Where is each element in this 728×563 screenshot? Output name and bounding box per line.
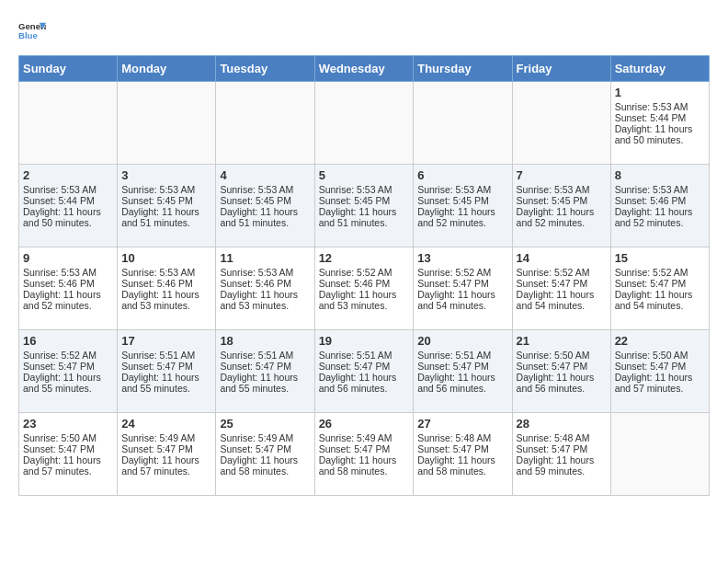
day-number: 16 — [23, 334, 113, 348]
cell-info-line: Sunrise: 5:53 AM — [319, 184, 410, 195]
calendar-cell — [216, 82, 314, 165]
cell-info-line: Daylight: 11 hours and 57 minutes. — [23, 454, 113, 477]
weekday-header: Tuesday — [216, 56, 314, 82]
day-number: 12 — [319, 251, 410, 265]
day-number: 23 — [23, 417, 113, 431]
day-number: 8 — [615, 168, 705, 182]
day-number: 9 — [23, 251, 113, 265]
calendar-cell — [118, 82, 216, 165]
cell-info-line: Daylight: 11 hours and 57 minutes. — [121, 454, 211, 477]
day-number: 6 — [417, 168, 507, 182]
calendar-cell: 24Sunrise: 5:49 AMSunset: 5:47 PMDayligh… — [118, 413, 216, 496]
cell-info-line: Daylight: 11 hours and 53 minutes. — [319, 289, 410, 311]
calendar-cell: 23Sunrise: 5:50 AMSunset: 5:47 PMDayligh… — [19, 413, 118, 496]
calendar-week-row: 2Sunrise: 5:53 AMSunset: 5:44 PMDaylight… — [19, 165, 710, 247]
cell-info-line: Daylight: 11 hours and 54 minutes. — [417, 289, 507, 311]
cell-info-line: Daylight: 11 hours and 52 minutes. — [417, 206, 507, 228]
cell-info-line: Sunrise: 5:53 AM — [23, 267, 113, 278]
day-number: 14 — [517, 251, 607, 265]
day-number: 10 — [121, 251, 211, 265]
cell-info-line: Sunrise: 5:48 AM — [517, 432, 607, 443]
day-number: 2 — [23, 168, 113, 182]
cell-info-line: Sunset: 5:45 PM — [417, 195, 507, 206]
calendar-cell: 22Sunrise: 5:50 AMSunset: 5:47 PMDayligh… — [610, 330, 709, 413]
calendar-cell: 6Sunrise: 5:53 AMSunset: 5:45 PMDaylight… — [414, 165, 512, 247]
weekday-header-row: SundayMondayTuesdayWednesdayThursdayFrid… — [19, 56, 710, 82]
cell-info-line: Sunrise: 5:52 AM — [23, 350, 113, 361]
day-number: 21 — [517, 334, 607, 348]
cell-info-line: Sunrise: 5:51 AM — [121, 350, 211, 361]
calendar-week-row: 1Sunrise: 5:53 AMSunset: 5:44 PMDaylight… — [19, 82, 710, 165]
cell-info-line: Daylight: 11 hours and 56 minutes. — [417, 372, 507, 394]
cell-info-line: Daylight: 11 hours and 57 minutes. — [615, 372, 705, 394]
cell-info-line: Sunrise: 5:51 AM — [220, 350, 310, 361]
day-number: 1 — [615, 86, 705, 99]
weekday-header: Friday — [512, 56, 610, 82]
day-number: 3 — [121, 168, 211, 182]
cell-info-line: Sunrise: 5:53 AM — [517, 184, 607, 195]
weekday-header: Sunday — [19, 56, 118, 82]
calendar-cell: 12Sunrise: 5:52 AMSunset: 5:46 PMDayligh… — [314, 247, 414, 330]
calendar-cell: 4Sunrise: 5:53 AMSunset: 5:45 PMDaylight… — [216, 165, 314, 247]
cell-info-line: Sunset: 5:47 PM — [23, 361, 113, 372]
cell-info-line: Sunset: 5:47 PM — [121, 361, 211, 372]
calendar-cell — [414, 82, 512, 165]
page-header: General Blue — [18, 18, 710, 46]
cell-info-line: Sunrise: 5:50 AM — [615, 350, 705, 361]
cell-info-line: Sunset: 5:47 PM — [220, 361, 310, 372]
cell-info-line: Daylight: 11 hours and 52 minutes. — [23, 289, 113, 311]
cell-info-line: Sunset: 5:45 PM — [319, 195, 410, 206]
weekday-header: Wednesday — [314, 56, 414, 82]
cell-info-line: Sunset: 5:47 PM — [319, 443, 410, 454]
cell-info-line: Sunset: 5:47 PM — [121, 443, 211, 454]
calendar-cell — [314, 82, 414, 165]
cell-info-line: Daylight: 11 hours and 58 minutes. — [417, 454, 507, 477]
cell-info-line: Sunrise: 5:52 AM — [615, 267, 705, 278]
cell-info-line: Sunset: 5:47 PM — [517, 443, 607, 454]
cell-info-line: Sunset: 5:47 PM — [517, 361, 607, 372]
cell-info-line: Sunset: 5:47 PM — [220, 443, 310, 454]
cell-info-line: Daylight: 11 hours and 52 minutes. — [517, 206, 607, 228]
calendar-cell: 10Sunrise: 5:53 AMSunset: 5:46 PMDayligh… — [118, 247, 216, 330]
cell-info-line: Sunrise: 5:50 AM — [517, 350, 607, 361]
cell-info-line: Sunrise: 5:49 AM — [319, 432, 410, 443]
calendar-cell: 17Sunrise: 5:51 AMSunset: 5:47 PMDayligh… — [118, 330, 216, 413]
cell-info-line: Daylight: 11 hours and 51 minutes. — [220, 206, 310, 228]
cell-info-line: Sunset: 5:46 PM — [319, 278, 410, 289]
svg-text:Blue: Blue — [18, 30, 38, 40]
cell-info-line: Daylight: 11 hours and 54 minutes. — [517, 289, 607, 311]
cell-info-line: Daylight: 11 hours and 58 minutes. — [220, 454, 310, 477]
calendar-week-row: 16Sunrise: 5:52 AMSunset: 5:47 PMDayligh… — [19, 330, 710, 413]
cell-info-line: Sunset: 5:46 PM — [121, 278, 211, 289]
cell-info-line: Sunset: 5:45 PM — [517, 195, 607, 206]
cell-info-line: Sunset: 5:46 PM — [220, 278, 310, 289]
weekday-header: Saturday — [610, 56, 709, 82]
day-number: 22 — [615, 334, 705, 348]
cell-info-line: Daylight: 11 hours and 55 minutes. — [220, 372, 310, 394]
calendar-cell — [512, 82, 610, 165]
calendar-cell: 13Sunrise: 5:52 AMSunset: 5:47 PMDayligh… — [414, 247, 512, 330]
calendar-cell: 1Sunrise: 5:53 AMSunset: 5:44 PMDaylight… — [610, 82, 709, 165]
cell-info-line: Sunrise: 5:53 AM — [121, 184, 211, 195]
cell-info-line: Daylight: 11 hours and 53 minutes. — [121, 289, 211, 311]
cell-info-line: Sunset: 5:47 PM — [417, 278, 507, 289]
calendar-cell: 27Sunrise: 5:48 AMSunset: 5:47 PMDayligh… — [414, 413, 512, 496]
calendar-cell: 3Sunrise: 5:53 AMSunset: 5:45 PMDaylight… — [118, 165, 216, 247]
cell-info-line: Daylight: 11 hours and 59 minutes. — [517, 454, 607, 477]
cell-info-line: Sunset: 5:47 PM — [417, 443, 507, 454]
cell-info-line: Daylight: 11 hours and 55 minutes. — [23, 372, 113, 394]
day-number: 17 — [121, 334, 211, 348]
cell-info-line: Sunrise: 5:51 AM — [417, 350, 507, 361]
calendar-cell — [19, 82, 118, 165]
cell-info-line: Sunrise: 5:53 AM — [121, 267, 211, 278]
cell-info-line: Sunrise: 5:49 AM — [121, 432, 211, 443]
cell-info-line: Sunset: 5:46 PM — [23, 278, 113, 289]
calendar-cell: 26Sunrise: 5:49 AMSunset: 5:47 PMDayligh… — [314, 413, 414, 496]
cell-info-line: Sunrise: 5:53 AM — [23, 184, 113, 195]
cell-info-line: Sunset: 5:44 PM — [615, 112, 705, 123]
day-number: 26 — [319, 417, 410, 431]
cell-info-line: Daylight: 11 hours and 50 minutes. — [23, 206, 113, 228]
calendar-week-row: 23Sunrise: 5:50 AMSunset: 5:47 PMDayligh… — [19, 413, 710, 496]
day-number: 13 — [417, 251, 507, 265]
cell-info-line: Daylight: 11 hours and 50 minutes. — [615, 123, 705, 145]
